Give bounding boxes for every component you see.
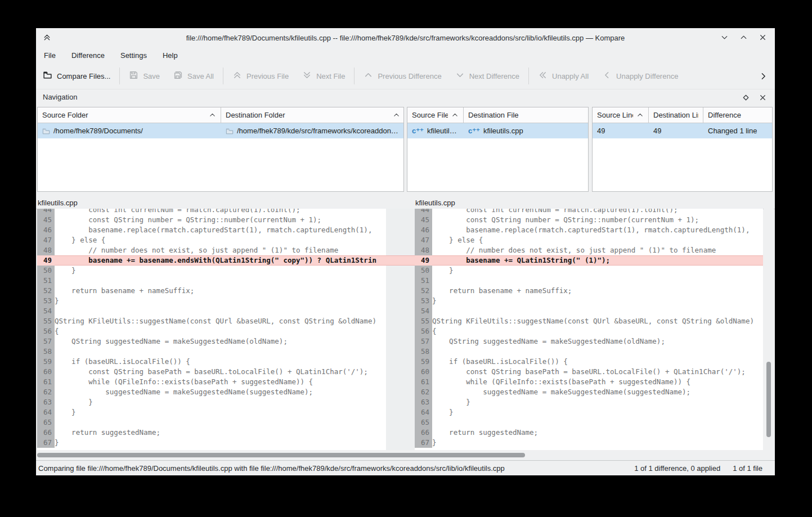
save-all-button[interactable]: Save All [167, 63, 221, 89]
code-text: const QString number = QString::number(c… [55, 215, 386, 225]
sort-ascending-icon [389, 111, 400, 119]
horizontal-scrollbar[interactable] [36, 450, 775, 460]
code-text [432, 417, 763, 428]
line-number: 56 [37, 326, 55, 336]
dbl-chevron-left-icon [538, 70, 548, 82]
code-line: 59 if (baseURL.isLocalFile()) { [415, 357, 763, 367]
column-header-label: Destination File [468, 111, 519, 119]
code-line: 53} [415, 296, 763, 306]
menu-difference[interactable]: Difference [71, 50, 105, 61]
statusbar: Comparing file file:///home/fhek789/Docu… [36, 460, 775, 475]
line-number: 52 [415, 286, 432, 296]
code-text: const QString number = QString::number(c… [432, 215, 763, 225]
code-line: 46 basename.replace(rmatch.capturedStart… [37, 225, 386, 235]
code-text [55, 276, 386, 286]
chevron-up-icon [364, 70, 373, 82]
diff-changed-line[interactable]: 49 basename += QLatin1String(" (1)"); [415, 255, 763, 266]
code-text: while (QFileInfo::exists(basePath + sugg… [432, 377, 763, 387]
line-number: 63 [415, 397, 432, 407]
close-dock-icon[interactable] [758, 93, 767, 102]
toolbar-separator [354, 68, 355, 84]
statusbar-files: 1 of 1 file [733, 464, 762, 473]
navigation-row-selected[interactable]: 4949Changed 1 line [593, 123, 772, 138]
next-difference-button[interactable]: Next Difference [448, 63, 526, 89]
column-header-source-file[interactable]: Source File [407, 107, 464, 123]
column-header-label: Source Folder [42, 111, 88, 119]
toolbar-separator [119, 68, 120, 84]
column-header-source-folder[interactable]: Source Folder [38, 107, 221, 123]
line-number: 47 [415, 235, 432, 245]
menu-settings[interactable]: Settings [120, 50, 147, 61]
navigation-row-selected[interactable]: /home/fhek789/Documents//home/fhek789/kd… [38, 123, 403, 138]
line-number: 62 [37, 387, 55, 397]
floppy-all-icon [173, 70, 183, 82]
destination-pane-title: kfileutils.cpp [415, 199, 455, 207]
dbl-chevron-up-icon [232, 70, 242, 82]
previous-difference-button[interactable]: Previous Difference [357, 63, 448, 89]
line-number: 49 [37, 255, 55, 266]
code-line: 64 } [37, 407, 386, 417]
destination-pane: 44 const int currentNum = rmatch.capture… [415, 209, 763, 450]
code-line: 55QString KFileUtils::suggestName(const … [415, 316, 763, 326]
toolbar-button-label: Save All [187, 72, 214, 80]
source-pane-title: kfileutils.cpp [38, 199, 78, 207]
line-number: 57 [415, 336, 432, 347]
vertical-scrollbar[interactable] [764, 209, 774, 450]
column-header-difference[interactable]: Difference [703, 107, 773, 123]
code-text: } [432, 407, 763, 417]
column-header-destination-file[interactable]: Destination File [464, 107, 589, 123]
menu-file[interactable]: File [43, 50, 56, 61]
line-number: 62 [415, 387, 432, 397]
line-number: 50 [415, 266, 432, 276]
code-text: { [432, 326, 763, 336]
keep-above-icon[interactable] [42, 33, 51, 42]
line-number: 54 [37, 306, 55, 316]
column-header-label: Destination Folder [226, 111, 285, 119]
line-number: 63 [37, 397, 55, 407]
code-text [55, 306, 386, 316]
compare-files-button[interactable]: Compare Files... [36, 63, 117, 89]
toolbar-button-label: Previous File [246, 72, 289, 80]
code-line: 44 const int currentNum = rmatch.capture… [37, 209, 386, 215]
line-number: 49 [415, 255, 432, 266]
line-number: 67 [37, 438, 55, 448]
column-header-destination-folder[interactable]: Destination Folder [221, 107, 404, 123]
code-text: return basename + nameSuffix; [55, 286, 386, 296]
column-header-label: Source Line [597, 111, 633, 119]
navigation-cell-text: 49 [597, 127, 605, 135]
menu-help[interactable]: Help [162, 50, 178, 61]
code-line: 58 [37, 347, 386, 357]
toolbar-button-label: Unapply Difference [616, 72, 678, 80]
line-number: 51 [415, 276, 432, 286]
code-line: 51 [37, 276, 386, 286]
close-icon[interactable] [758, 33, 767, 42]
column-header-source-line[interactable]: Source Line [593, 107, 649, 123]
line-number: 58 [37, 347, 55, 357]
unapply-all-button[interactable]: Unapply All [531, 63, 595, 89]
source-pane: 44 const int currentNum = rmatch.capture… [37, 209, 386, 450]
previous-file-button[interactable]: Previous File [226, 63, 295, 89]
code-line: 45 const QString number = QString::numbe… [37, 215, 386, 225]
line-number: 52 [37, 286, 55, 296]
line-number: 65 [415, 417, 432, 428]
code-text: QString suggestedName = makeSuggestedNam… [432, 336, 763, 347]
float-dock-icon[interactable] [741, 93, 750, 102]
navigation-cell-text: 49 [653, 127, 661, 135]
diff-changed-line[interactable]: 49 basename += basename.endsWith(QLatin1… [37, 255, 386, 266]
code-line: 59 if (baseURL.isLocalFile()) { [37, 357, 386, 367]
cpp-file-icon: c⁺⁺ [468, 127, 480, 134]
line-number: 55 [415, 316, 432, 326]
line-number: 56 [415, 326, 432, 336]
horizontal-scrollbar-thumb[interactable] [37, 453, 525, 457]
navigation-row-selected[interactable]: c⁺⁺kfileutils.cppc⁺⁺kfileutils.cpp [407, 123, 588, 138]
unapply-difference-button[interactable]: Unapply Difference [595, 63, 685, 89]
line-number: 51 [37, 276, 55, 286]
code-line: 63 } [37, 397, 386, 407]
vertical-scrollbar-thumb[interactable] [766, 362, 771, 437]
save-button[interactable]: Save [122, 63, 167, 89]
next-file-button[interactable]: Next File [295, 63, 352, 89]
maximize-icon[interactable] [739, 33, 748, 42]
minimize-icon[interactable] [720, 33, 729, 42]
column-header-destination-line[interactable]: Destination Line [649, 107, 703, 123]
toolbar-overflow-button[interactable] [752, 63, 775, 89]
